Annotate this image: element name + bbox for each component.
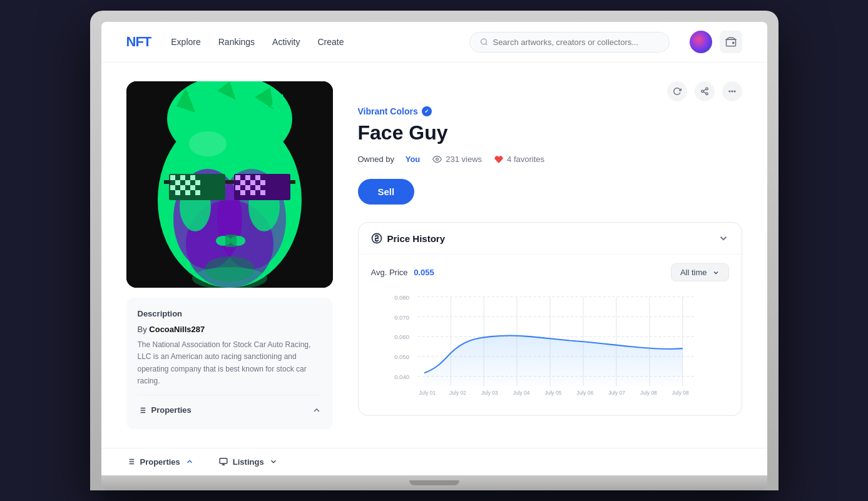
search-icon <box>480 38 488 46</box>
svg-line-64 <box>703 92 706 93</box>
price-history-header[interactable]: Price History <box>359 223 742 254</box>
owned-by: Owned by You <box>358 154 421 164</box>
svg-text:July 02: July 02 <box>449 390 466 396</box>
svg-line-65 <box>703 89 706 91</box>
avatar[interactable] <box>690 31 712 53</box>
svg-text:July 05: July 05 <box>544 390 561 396</box>
svg-text:0.080: 0.080 <box>394 294 409 301</box>
nav-link-explore[interactable]: Explore <box>171 37 200 47</box>
chevron-up-icon-bottom[interactable] <box>185 457 194 466</box>
price-history-title: Price History <box>371 233 446 244</box>
svg-rect-20 <box>225 235 237 247</box>
avg-price-label: Avg. Price 0.055 <box>371 268 434 277</box>
avg-price-value: 0.055 <box>414 268 434 277</box>
svg-point-54 <box>189 131 227 156</box>
chevron-down-icon-bottom[interactable] <box>269 457 278 466</box>
svg-text:July 08: July 08 <box>671 390 688 396</box>
description-card: Description By CocoaNills287 The Nationa… <box>126 298 333 429</box>
author-name[interactable]: CocoaNills287 <box>149 325 205 334</box>
nav-actions <box>690 31 742 53</box>
svg-rect-50 <box>164 180 170 184</box>
owner-link[interactable]: You <box>406 154 421 164</box>
dollar-icon <box>371 233 382 244</box>
nft-image <box>126 81 333 288</box>
svg-rect-49 <box>225 180 234 184</box>
properties-label[interactable]: Properties <box>138 405 191 415</box>
svg-rect-48 <box>234 174 290 200</box>
nav-link-activity[interactable]: Activity <box>272 37 300 47</box>
nav-link-rankings[interactable]: Rankings <box>218 37 255 47</box>
left-column: Description By CocoaNills287 The Nationa… <box>126 81 333 429</box>
sell-button[interactable]: Sell <box>358 179 415 205</box>
svg-point-62 <box>701 90 703 93</box>
refresh-button[interactable] <box>667 81 687 101</box>
price-chart: 0.080 0.070 0.060 0.050 0.040 <box>371 290 729 403</box>
favorites-stat: 4 favorites <box>494 154 544 164</box>
svg-rect-104 <box>220 458 227 463</box>
search-input[interactable] <box>493 38 658 47</box>
right-column: Vibrant Colors ✓ Face Guy Owned by You <box>358 81 742 429</box>
nft-title: Face Guy <box>358 121 742 144</box>
svg-point-61 <box>705 88 708 90</box>
wallet-icon[interactable] <box>720 31 742 53</box>
bottom-bar: Properties Listings <box>101 448 767 475</box>
nav-links: Explore Rankings Activity Create <box>171 37 449 47</box>
time-filter-button[interactable]: All time <box>671 263 729 281</box>
svg-text:July 06: July 06 <box>576 390 593 396</box>
svg-text:0.040: 0.040 <box>394 373 409 380</box>
search-bar[interactable] <box>469 32 670 53</box>
description-text: The National Association for Stock Car A… <box>138 339 322 387</box>
chevron-down-icon[interactable] <box>718 233 729 244</box>
more-button[interactable] <box>722 81 742 101</box>
chevron-up-icon[interactable] <box>312 405 322 415</box>
svg-point-68 <box>734 91 735 92</box>
svg-point-67 <box>732 91 733 92</box>
meta-row: Owned by You 231 views 4 favorites <box>358 154 742 164</box>
navbar: NFT Explore Rankings Activity Create <box>101 22 767 63</box>
svg-text:July 07: July 07 <box>608 390 625 396</box>
filter-chevron-icon <box>712 269 720 276</box>
svg-line-1 <box>485 44 486 45</box>
svg-point-63 <box>705 93 708 95</box>
views-count: 231 views <box>446 154 482 164</box>
views-stat: 231 views <box>432 154 482 164</box>
collection-name[interactable]: Vibrant Colors ✓ <box>358 106 742 116</box>
svg-rect-34 <box>169 174 225 200</box>
svg-point-69 <box>436 158 439 161</box>
nav-link-create[interactable]: Create <box>317 37 344 47</box>
eye-icon <box>432 154 442 164</box>
action-buttons-row <box>358 81 742 101</box>
svg-text:0.060: 0.060 <box>394 333 409 340</box>
svg-point-0 <box>481 39 486 44</box>
nav-logo: NFT <box>126 34 151 50</box>
favorites-count: 4 favorites <box>507 154 544 164</box>
svg-text:0.070: 0.070 <box>394 314 409 321</box>
listings-icon <box>219 457 228 466</box>
svg-text:July 04: July 04 <box>513 390 529 396</box>
owned-prefix: Owned by <box>358 154 395 164</box>
nft-artwork <box>126 81 333 288</box>
description-title: Description <box>138 309 322 318</box>
verified-badge: ✓ <box>422 106 432 116</box>
svg-point-3 <box>732 43 733 44</box>
svg-rect-51 <box>289 180 295 184</box>
svg-text:July 03: July 03 <box>481 390 498 396</box>
avg-price-row: Avg. Price 0.055 All time <box>371 255 729 290</box>
heart-icon <box>494 155 503 164</box>
by-prefix: By <box>138 325 147 334</box>
properties-bar: Properties <box>138 395 322 418</box>
properties-icon <box>126 457 135 466</box>
laptop-frame: NFT Explore Rankings Activity Create <box>90 11 779 490</box>
list-icon <box>138 406 146 415</box>
listings-section[interactable]: Listings <box>219 457 278 467</box>
price-history-body: Avg. Price 0.055 All time <box>359 254 742 415</box>
chart-svg: 0.080 0.070 0.060 0.050 0.040 <box>371 290 729 403</box>
svg-point-66 <box>729 91 730 92</box>
svg-text:July 08: July 08 <box>640 390 657 396</box>
share-button[interactable] <box>695 81 715 101</box>
description-author: By CocoaNills287 <box>138 325 322 334</box>
properties-section[interactable]: Properties <box>126 457 194 467</box>
laptop-screen: NFT Explore Rankings Activity Create <box>101 22 767 475</box>
svg-text:0.050: 0.050 <box>394 353 409 360</box>
svg-text:July 01: July 01 <box>419 390 436 396</box>
